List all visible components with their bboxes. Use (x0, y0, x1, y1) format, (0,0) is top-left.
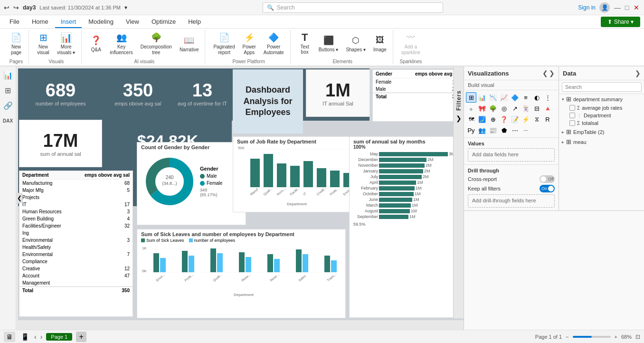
data-tree-dept-summary[interactable]: ▾ ⊞ department summary (559, 94, 644, 104)
months-chart-card: sum of annual sal by months 100% May 3M … (349, 136, 464, 318)
tab-file[interactable]: File (4, 16, 25, 28)
viz-icon-paginated[interactable]: 📰 (488, 125, 498, 135)
dropdown-arrow[interactable]: ▾ (124, 4, 127, 11)
viz-icon-smart[interactable]: ⚡ (521, 114, 531, 124)
sidebar-dax-icon[interactable]: DAX (1, 114, 15, 127)
viz-icon-kpi[interactable]: ↗ (510, 103, 520, 114)
page-tab-1[interactable]: Page 1 (46, 333, 72, 341)
filters-expand-icon[interactable]: ❯ (456, 114, 462, 122)
viz-icon-slicer[interactable]: ⧖ (531, 114, 542, 124)
power-apps-button[interactable]: ⚡ PowerApps (239, 30, 259, 57)
table-row: Management (19, 279, 133, 287)
viz-icon-key-inf[interactable]: 👥 (477, 125, 487, 135)
viz-icon-qa[interactable]: ❓ (499, 114, 509, 124)
collapse-left-button[interactable]: ❮ (16, 193, 23, 203)
sidebar-model-icon[interactable]: 🔗 (1, 99, 15, 112)
viz-icon-line[interactable]: 📈 (499, 92, 509, 103)
tab-insert[interactable]: Insert (55, 16, 82, 28)
checkbox-totalsal[interactable] (569, 120, 575, 126)
viz-icon-r[interactable]: R (542, 114, 553, 124)
data-tree-emp-table[interactable]: ▸ ⊞ EmpTable (2) (559, 127, 644, 137)
paginated-report-button[interactable]: 📄 Paginatedreport (210, 30, 238, 57)
close-button[interactable]: ✕ (633, 4, 640, 11)
narrative-button[interactable]: 📖 Narrative (176, 33, 202, 55)
more-visuals-button[interactable]: 📊 Morevisuals ▾ (54, 30, 78, 57)
sidebar-grid-icon[interactable]: ⊞ (1, 84, 15, 97)
table-row: Facilities/Engineer32 (19, 222, 133, 229)
buttons-button[interactable]: ⬛ Buttons ▾ (315, 33, 342, 54)
tab-modeling[interactable]: Modeling (83, 16, 119, 28)
pages-items: 📄 Newpage (7, 30, 26, 57)
viz-icon-decomp[interactable]: ⊕ (488, 114, 498, 124)
data-search-input[interactable] (562, 82, 642, 92)
tablet-view-button[interactable]: 📱 (19, 332, 30, 342)
viz-icon-azure-map[interactable]: 🗾 (477, 114, 487, 124)
tab-view[interactable]: View (120, 16, 145, 28)
viz-icon-narrative[interactable]: 📝 (510, 114, 520, 124)
redo-icon[interactable]: ↪ (13, 4, 19, 11)
add-sparkline-button[interactable]: 〰 Add asparkline (398, 30, 424, 57)
image-button[interactable]: 🖼 Image (370, 33, 390, 54)
sidebar-report-icon[interactable]: 📊 (1, 68, 15, 82)
viz-icon-filter[interactable]: ⋯ (510, 125, 520, 135)
tab-optimize[interactable]: Optimize (146, 16, 181, 28)
monitor-view-button[interactable]: 🖥 (4, 332, 15, 342)
undo-icon[interactable]: ↩ (4, 4, 9, 11)
viz-icon-area[interactable]: 🔷 (510, 92, 520, 103)
new-page-button[interactable]: 📄 Newpage (7, 30, 26, 57)
add-drill-fields-box[interactable]: Add drill-through fields here (468, 194, 555, 208)
minimize-button[interactable]: — (614, 4, 621, 11)
data-tree-department[interactable]: ⋮ Department (559, 112, 644, 119)
new-visual-button[interactable]: ⊞ Newvisual (34, 30, 53, 57)
viz-collapse-right-button[interactable]: ❯ (549, 69, 555, 77)
viz-icon-bar[interactable]: 📊 (477, 92, 487, 103)
cross-report-toggle[interactable]: Off (540, 175, 555, 183)
decomposition-tree-button[interactable]: 🌳 Decompositiontree (137, 30, 175, 57)
checkbox-department[interactable] (569, 113, 575, 118)
share-button[interactable]: ⬆ Share ▾ (601, 17, 640, 27)
viz-icon-waterfall[interactable]: ⬦ (466, 103, 476, 114)
viz-icon-tree[interactable]: 🌳 (488, 103, 498, 114)
keep-filters-toggle[interactable]: On (540, 185, 555, 192)
data-tree-meau[interactable]: ▸ ⊞ meau (559, 137, 644, 147)
nav-prev-button[interactable]: ‹ (34, 333, 37, 341)
viz-icon-matrix[interactable]: ⊟ (531, 103, 542, 114)
nav-next-button[interactable]: › (40, 333, 43, 341)
viz-icon-table[interactable]: ⊞ (466, 92, 476, 103)
data-tree-totalsal[interactable]: Σ totalsal (559, 119, 644, 127)
data-tree-avg-job-rates[interactable]: Σ average job rates (559, 104, 644, 112)
checkbox-avg-job-rates[interactable] (569, 105, 575, 111)
global-search-bar[interactable]: 🔍 Search (263, 2, 443, 13)
add-page-button[interactable]: + (76, 332, 86, 342)
zoom-plus-button[interactable]: + (615, 334, 617, 340)
title-bar-center: 🔍 Search (263, 2, 443, 13)
sign-in-label[interactable]: Sign in (578, 4, 596, 11)
tab-help[interactable]: Help (182, 16, 207, 28)
viz-icon-hbar[interactable]: ≡ (521, 92, 531, 103)
viz-collapse-left-button[interactable]: ❮ (542, 69, 548, 77)
viz-icon-shape-map[interactable]: ⬟ (499, 125, 509, 135)
key-influencers-button[interactable]: 👥 Keyinfluencers (106, 30, 136, 57)
power-automate-button[interactable]: 🔷 PowerAutomate (260, 30, 287, 57)
zoom-minus-button[interactable]: − (566, 334, 568, 340)
shapes-button[interactable]: ⬡ Shapes ▾ (342, 33, 369, 54)
qa-button[interactable]: ❓ Q&A (86, 33, 105, 55)
fit-page-button[interactable]: ⊡ (635, 333, 640, 340)
viz-icon-pie[interactable]: ◐ (531, 92, 542, 103)
viz-icon-ribbon[interactable]: 🎀 (477, 103, 487, 114)
svg-rect-13 (317, 168, 326, 187)
data-expand-button[interactable]: ❯ (635, 69, 641, 77)
viz-icon-stack-bar[interactable]: 📉 (488, 92, 498, 103)
viz-icon-map[interactable]: 🗺 (466, 114, 476, 124)
text-box-button[interactable]: T Textbox (295, 30, 314, 57)
maximize-button[interactable]: □ (623, 4, 631, 11)
add-fields-box[interactable]: Add data fields here (468, 148, 555, 162)
viz-icon-card[interactable]: 🃏 (521, 103, 531, 114)
viz-icon-funnel[interactable]: 🔺 (542, 103, 553, 114)
viz-icon-more[interactable]: ··· (521, 125, 531, 135)
viz-icon-py[interactable]: Py (466, 125, 476, 135)
viz-icon-scatter[interactable]: ⋮ (542, 92, 553, 103)
viz-icon-gauge[interactable]: ◎ (499, 103, 509, 114)
tab-home[interactable]: Home (26, 16, 54, 28)
user-avatar[interactable]: 👤 (599, 2, 610, 13)
